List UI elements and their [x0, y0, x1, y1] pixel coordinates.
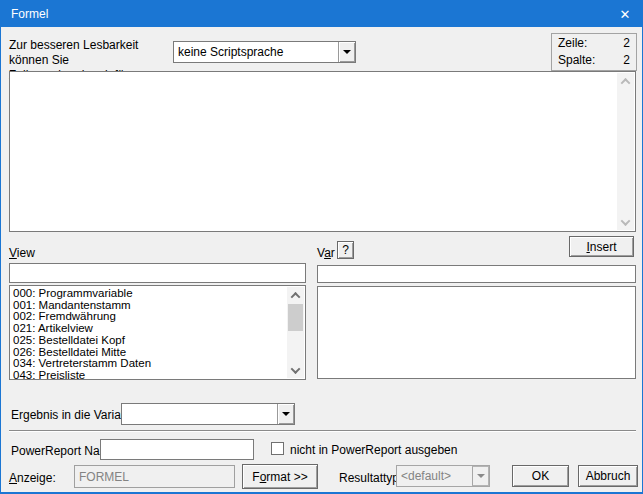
view-label: View [9, 246, 35, 260]
chevron-down-icon [343, 50, 351, 58]
powerreport-name-input[interactable] [100, 439, 254, 460]
formel-dialog: Formel ✕ Zur besseren Lesbarkeit können … [0, 0, 643, 494]
view-list-item[interactable]: 043: Preisliste [13, 370, 305, 380]
script-language-combobox[interactable]: keine Scriptsprache [173, 41, 356, 63]
view-filter-input[interactable] [9, 263, 306, 283]
editor-scrollbar[interactable] [617, 73, 634, 230]
separator-line [9, 430, 636, 432]
scroll-down-button[interactable] [617, 214, 634, 230]
powerreport-checkbox-label: nicht in PowerReport ausgeben [290, 443, 457, 457]
chevron-down-icon [282, 412, 290, 420]
powerreport-checkbox[interactable] [271, 442, 284, 455]
chevron-down-icon [621, 216, 631, 226]
view-listbox[interactable]: 000: Programmvariable001: Mandantenstamm… [9, 285, 306, 380]
resultattyp-dropdown-button [472, 466, 489, 486]
spalte-label: Spalte: [558, 52, 595, 69]
chevron-down-icon [291, 364, 301, 374]
window-title: Formel [11, 7, 48, 21]
chevron-up-icon [291, 291, 301, 301]
ok-button[interactable]: OK [512, 465, 569, 487]
view-list-item[interactable]: 025: Bestelldatei Kopf [13, 335, 305, 347]
scroll-down-button[interactable] [287, 362, 304, 378]
var-label: Var [317, 246, 335, 260]
resultattyp-combobox: <default> [396, 465, 490, 487]
format-button[interactable]: Format >> [242, 464, 318, 489]
script-language-value: keine Scriptsprache [178, 42, 335, 62]
script-language-dropdown-button[interactable] [338, 42, 355, 62]
result-variable-combobox[interactable] [121, 403, 295, 425]
result-variable-dropdown-button[interactable] [277, 404, 294, 424]
chevron-down-icon [477, 474, 485, 482]
var-help-button[interactable]: ? [337, 241, 354, 259]
insert-button[interactable]: Insert [569, 236, 634, 257]
result-variable-value [126, 404, 274, 424]
close-button[interactable]: ✕ [608, 1, 642, 27]
view-list-item[interactable]: 000: Programmvariable [13, 288, 305, 300]
anzeige-display-field: FORMEL [74, 465, 235, 488]
scroll-up-button[interactable] [287, 287, 304, 303]
view-list-scrollbar[interactable] [287, 287, 304, 378]
cursor-position-box: Zeile: 2 Spalte: 2 [551, 33, 637, 71]
close-icon: ✕ [620, 7, 631, 22]
formula-editor[interactable] [9, 71, 636, 232]
chevron-up-icon [621, 77, 631, 87]
zeile-label: Zeile: [558, 35, 587, 52]
resultattyp-value: <default> [401, 466, 469, 486]
var-listbox[interactable] [317, 286, 636, 379]
spalte-value: 2 [623, 52, 630, 69]
var-filter-input[interactable] [317, 265, 636, 283]
title-bar: Formel [1, 1, 642, 27]
scroll-up-button[interactable] [617, 73, 634, 89]
scrollbar-thumb[interactable] [288, 304, 303, 331]
resultattyp-label: Resultattyp [339, 471, 399, 485]
anzeige-label: Anzeige: [9, 471, 56, 485]
cancel-button[interactable]: Abbruch [578, 465, 638, 487]
zeile-value: 2 [623, 35, 630, 52]
question-mark-icon: ? [342, 243, 349, 257]
